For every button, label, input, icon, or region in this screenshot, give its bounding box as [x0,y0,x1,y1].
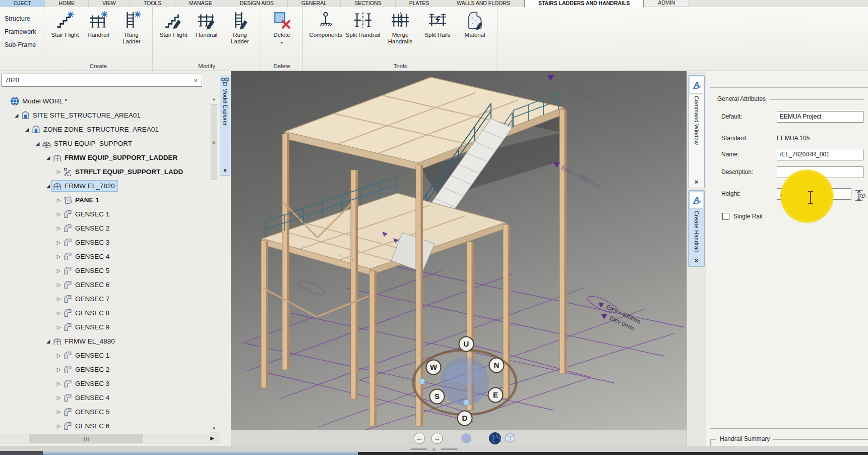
tree-vertical-scrollbar[interactable]: ▲ ≡ ▼ [210,95,218,433]
tree-expand-toggle[interactable]: ▷ [55,296,63,302]
tree-item[interactable]: ▷ GENSEC 5 [0,405,209,419]
tree-expand-toggle[interactable]: ▷ [55,409,63,415]
tree-expand-toggle[interactable]: ▷ [55,423,63,429]
tree-item[interactable]: ▷ GENSEC 2 [0,221,209,235]
height-pick-button[interactable] [853,189,866,203]
explorer-search-box[interactable]: ∨ [2,74,202,87]
tree-item[interactable]: ▷ GENSEC 1 [0,348,209,362]
tree-item[interactable]: ▷ GENSEC 3 [0,376,209,390]
ribbon-tab[interactable]: ADMIN [644,0,689,7]
tree-expand-toggle[interactable]: ▷ [55,282,63,288]
tree-item[interactable]: ▷ GENSEC 1 [0,207,209,221]
tree-item[interactable]: ▷ GENSEC 5 [0,263,209,277]
tree-expand-toggle[interactable]: ▷ [55,395,63,401]
ribbon-tab[interactable]: TOOLS [130,0,175,7]
tree-item[interactable]: ▷ GENSEC 6 [0,419,209,433]
gallery-item[interactable]: Structure [0,12,44,25]
view-compass[interactable]: U W N S E D [413,337,516,426]
model-explorer-tab[interactable]: Model Explorer × [220,76,230,176]
close-icon[interactable]: × [695,254,699,266]
tree-item[interactable]: ▷ PANE 1 [0,193,209,207]
view-back-button[interactable]: ← [414,433,425,444]
delete-button[interactable]: Delete [265,9,298,46]
tree-item[interactable]: ◢ FRMW EQUIP_SUPPORT_LADDER [0,150,209,164]
iso-cube-button[interactable] [506,433,515,442]
view-dot-indicator[interactable] [461,433,471,443]
tree-expand-toggle[interactable]: ▷ [55,169,63,175]
scroll-down-icon[interactable]: ▼ [212,426,216,432]
tree-expand-toggle[interactable]: ▷ [55,268,63,273]
ribbon-button[interactable]: Split Handrail [344,9,382,38]
ribbon-button[interactable]: Material [456,9,493,38]
tree-expand-toggle[interactable]: ▷ [55,254,63,259]
ribbon-button[interactable]: Rung Ladder [115,9,148,45]
ribbon-tab[interactable]: STAIRS LADDERS AND HANDRAILS [524,0,644,7]
gallery-item[interactable]: Sub-Frame [0,38,44,51]
tree-item[interactable]: ▷ STRFLT EQUIP_SUPPORT_LADD [0,164,209,179]
tree-item[interactable]: ▷ GENSEC 6 [0,277,209,292]
tree-expand-toggle[interactable]: ◢ [23,127,31,132]
gallery-item[interactable]: Framework [0,25,44,38]
tree-expand-toggle[interactable]: ▷ [55,367,63,372]
ribbon-tab[interactable]: VIEW [89,0,130,7]
tree-expand-toggle[interactable]: ▷ [55,240,63,245]
ribbon-button[interactable]: Stair Flight [48,9,82,38]
tree-item[interactable]: ▷ GENSEC 4 [0,249,209,263]
tree-item[interactable]: ▷ GENSEC 7 [0,292,209,306]
scroll-right-icon[interactable]: ▶ [210,435,214,441]
tree-expand-toggle[interactable]: ◢ [13,112,20,118]
command-window-tab[interactable]: A Command Window × [688,75,705,188]
default-input[interactable] [777,111,863,123]
tree-expand-toggle[interactable]: ▷ [55,324,63,330]
chevron-down-icon[interactable]: ∨ [190,77,202,84]
tree-expand-toggle[interactable]: ▷ [55,310,63,316]
view-forward-button[interactable]: → [431,433,443,444]
tree-item[interactable]: Model WORL * [0,94,209,108]
tree-item[interactable]: ◢ STRU EQUIP_SUPPORT [0,136,209,150]
tree-item[interactable]: ◢ SITE SITE_STRUCTURE_AREA01 [0,108,209,122]
tree-expand-toggle[interactable]: ◢ [44,338,52,344]
scrollbar-thumb[interactable] [29,434,143,443]
create-handrail-tab[interactable]: A Create Handrail × [688,190,705,267]
ribbon-button[interactable]: Stair Flight [157,9,190,38]
ribbon-tab[interactable]: GENERAL [288,0,341,7]
tree-horizontal-scrollbar[interactable]: ▶ [0,434,220,444]
ribbon-button[interactable]: Components [307,9,344,38]
ribbon-tab[interactable]: SECTIONS [341,0,396,7]
tree-item[interactable]: ◢ FRMW EL_4880 [0,334,209,348]
tree-item[interactable]: ◢ ZONE ZONE_STRUCTURE_AREA01 [0,122,209,136]
scroll-up-icon[interactable]: ▲ [212,95,216,101]
description-input[interactable] [777,166,863,178]
single-rail-checkbox[interactable] [722,213,729,220]
ribbon-tab[interactable]: HOME [45,0,89,7]
tree-expand-toggle[interactable]: ▷ [55,353,63,358]
close-icon[interactable]: × [695,176,699,188]
tree-expand-toggle[interactable]: ◢ [44,155,52,160]
tree-expand-toggle[interactable]: ◢ [34,141,41,146]
tree-item[interactable]: ▷ GENSEC 3 [0,235,209,249]
tree-item[interactable]: ▷ GENSEC 9 [0,320,209,334]
ribbon-button[interactable]: Merge Handrails [382,9,419,45]
ribbon-tab[interactable]: PLATES [396,0,444,7]
world-view-button[interactable] [489,433,501,444]
name-input[interactable] [777,149,863,160]
tree-expand-toggle[interactable]: ◢ [44,183,52,189]
ribbon-tab[interactable]: WALLS AND FLOORS [443,0,524,7]
ribbon-tab[interactable]: MANAGE [175,0,226,7]
viewport-3d-canvas[interactable]: Elev +7820mm Elev +4880mm Elev +400mm El… [231,71,687,430]
ribbon-button[interactable]: Split Rails [419,9,456,38]
tree-item[interactable]: ▷ GENSEC 8 [0,306,209,320]
ribbon-button[interactable]: Rung Ladder [223,9,257,45]
tree-expand-toggle[interactable]: ▷ [55,197,63,203]
close-icon[interactable]: × [223,165,227,175]
tree-item[interactable]: ▷ GENSEC 2 [0,362,209,376]
ribbon-button[interactable]: Handrail [190,9,223,38]
ribbon-button[interactable]: Handrail [82,9,115,38]
ribbon-tab[interactable]: OJECT [0,0,45,7]
height-input[interactable] [777,188,851,200]
scrollbar-thumb[interactable]: ≡ [211,104,217,180]
tree-expand-toggle[interactable]: ▷ [55,211,63,217]
tree-expand-toggle[interactable]: ▷ [55,225,63,231]
tree-item[interactable]: ◢ FRMW EL_7820 [0,179,209,193]
tree-expand-toggle[interactable]: ▷ [55,381,63,386]
